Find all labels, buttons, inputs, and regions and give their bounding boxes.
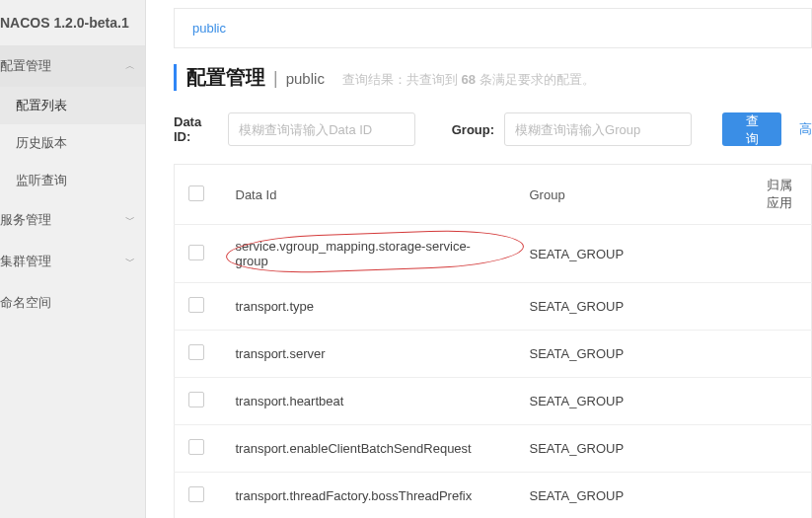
heading-result-count: 68 [462,72,476,87]
sidebar-group-namespace[interactable]: 命名空间 [0,282,145,324]
table-row[interactable]: transport.typeSEATA_GROUP [175,283,812,331]
cell-app [753,225,812,283]
brand-title: NACOS 1.2.0-beta.1 [0,0,145,45]
col-dataid: Data Id [222,165,516,225]
main-content: public 配置管理 | public 查询结果：共查询到 68 条满足要求的… [146,0,812,518]
cell-app [753,473,812,519]
row-checkbox[interactable] [188,344,204,360]
sidebar-group-label: 配置管理 [0,57,51,75]
cell-app [753,331,812,378]
cell-dataid: transport.threadFactory.bossThreadPrefix [222,473,516,519]
row-checkbox[interactable] [188,392,204,407]
cell-dataid: transport.server [222,331,516,378]
col-group: Group [516,165,753,225]
heading-result: 查询结果：共查询到 68 条满足要求的配置。 [342,71,595,89]
table-row[interactable]: transport.serverSEATA_GROUP [175,331,812,378]
sidebar-group-label: 命名空间 [0,294,51,312]
cell-dataid: transport.heartbeat [222,378,516,425]
cell-group: SEATA_GROUP [516,283,753,331]
col-app: 归属应用 [753,165,812,225]
sidebar-item-config-list[interactable]: 配置列表 [0,87,145,124]
heading-result-after: 条满足要求的配置。 [476,72,595,87]
table-row[interactable]: transport.enableClientBatchSendRequestSE… [175,425,812,473]
sidebar-item-history[interactable]: 历史版本 [0,124,145,162]
cell-dataid: transport.enableClientBatchSendRequest [222,425,516,473]
cell-app [753,425,812,473]
row-checkbox[interactable] [188,439,204,455]
group-label: Group: [452,122,494,137]
cell-dataid: service.vgroup_mapping.storage-service-g… [222,225,516,283]
page-title: 配置管理 [186,64,265,91]
advanced-link[interactable]: 高 [799,120,812,138]
sidebar: NACOS 1.2.0-beta.1 配置管理 ︿ 配置列表 历史版本 监听查询… [0,0,146,518]
sidebar-group-service[interactable]: 服务管理 ﹀ [0,199,145,241]
highlighted-dataid: service.vgroup_mapping.storage-service-g… [236,239,502,268]
heading-result-before: 查询结果：共查询到 [342,72,462,87]
heading-separator: | [273,68,278,89]
cell-group: SEATA_GROUP [516,331,753,378]
cell-app [753,378,812,425]
sidebar-group-label: 集群管理 [0,253,51,270]
chevron-down-icon: ﹀ [125,255,135,268]
heading-namespace: public [286,70,325,87]
row-checkbox[interactable] [188,486,204,502]
chevron-down-icon: ﹀ [125,213,135,227]
sidebar-group-cluster[interactable]: 集群管理 ﹀ [0,241,145,282]
row-checkbox[interactable] [188,245,204,260]
chevron-up-icon: ︿ [125,59,135,73]
table-row[interactable]: transport.heartbeatSEATA_GROUP [175,378,812,425]
table-row[interactable]: transport.threadFactory.bossThreadPrefix… [175,473,812,519]
dataid-label: Data ID: [174,114,218,144]
sidebar-menu: 配置管理 ︿ 配置列表 历史版本 监听查询 服务管理 ﹀ 集群管理 ﹀ 命名空间 [0,45,145,324]
tab-public[interactable]: public [192,21,226,36]
table-row[interactable]: service.vgroup_mapping.storage-service-g… [175,225,812,283]
row-checkbox[interactable] [188,297,204,313]
search-bar: Data ID: Group: 查询 高 [174,112,812,146]
page-heading: 配置管理 | public 查询结果：共查询到 68 条满足要求的配置。 [174,64,812,91]
cell-group: SEATA_GROUP [516,225,753,283]
checkbox-all[interactable] [188,185,204,201]
group-input[interactable] [504,112,692,146]
cell-app [753,283,812,331]
sidebar-group-label: 服务管理 [0,211,51,229]
cell-group: SEATA_GROUP [516,378,753,425]
sidebar-item-listen[interactable]: 监听查询 [0,162,145,199]
namespace-tabs: public [174,8,812,48]
dataid-input[interactable] [228,112,415,146]
sidebar-group-config[interactable]: 配置管理 ︿ [0,45,145,87]
table-header-row: Data Id Group 归属应用 [175,165,812,225]
cell-group: SEATA_GROUP [516,425,753,473]
config-table: Data Id Group 归属应用 service.vgroup_mappin… [174,164,812,518]
query-button[interactable]: 查询 [722,112,781,146]
cell-group: SEATA_GROUP [516,473,753,519]
cell-dataid: transport.type [222,283,516,331]
